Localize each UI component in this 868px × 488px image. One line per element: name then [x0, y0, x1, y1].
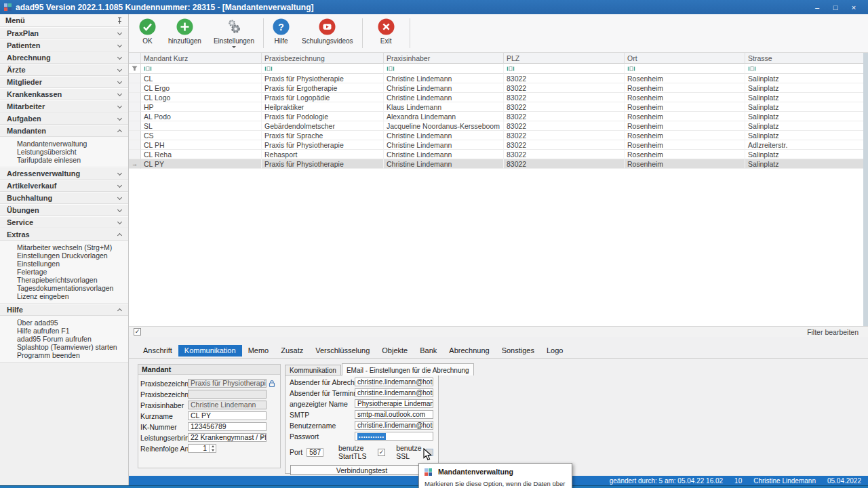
sidebar-section-aufgaben[interactable]: Aufgaben: [0, 113, 128, 125]
absender-für-terminmerker-input[interactable]: christine.lindemann@hotmail.de: [355, 388, 433, 397]
schulungsvideos-button[interactable]: Schulungsvideos: [296, 17, 359, 45]
subtab-kommunikation[interactable]: Kommunikation: [285, 365, 341, 375]
sidebar-item-programm-beenden[interactable]: Programm beenden: [0, 351, 128, 359]
column-header-strasse[interactable]: Strasse: [745, 53, 868, 64]
hinzufuegen-button[interactable]: hinzufügen: [162, 17, 208, 45]
maximize-button[interactable]: □: [831, 3, 840, 12]
spin-down-icon[interactable]: [212, 449, 214, 451]
filter-cell-strasse[interactable]: [745, 64, 868, 74]
praxisbezeichnung2-input[interactable]: [188, 390, 267, 399]
minimize-button[interactable]: –: [812, 3, 822, 12]
spinner-buttons[interactable]: [209, 445, 216, 452]
table-row[interactable]: AL PodoPraxis für PodologieAlexandra Lin…: [129, 112, 868, 121]
exit-button[interactable]: Exit: [366, 17, 407, 45]
sidebar-section-ärzte[interactable]: Ärzte: [0, 64, 128, 76]
filter-cell-praxisbezeichnung[interactable]: [262, 64, 384, 74]
einstellungen-button[interactable]: Einstellungen: [208, 17, 260, 49]
table-row[interactable]: SLGebärdendolmetscherJacqueline Noordanu…: [129, 121, 868, 131]
pin-icon[interactable]: [117, 17, 123, 24]
sidebar-item-leistungsübersicht[interactable]: Leistungsübersicht: [0, 148, 128, 156]
column-header-mandant-kurz[interactable]: Mandant Kurz: [141, 53, 262, 64]
table-row[interactable]: CSPraxis für SpracheChristine Lindemann8…: [129, 131, 868, 140]
sidebar-item-einstellungen-druckvorlagen[interactable]: Einstellungen Druckvorlagen: [0, 251, 128, 260]
tab-sonstiges[interactable]: Sonstiges: [496, 345, 540, 357]
table-row[interactable]: CL RehaRehasportChristine Lindemann83022…: [129, 150, 868, 159]
port-input[interactable]: 587: [307, 448, 323, 457]
tab-verschlüsselung[interactable]: Verschlüsselung: [309, 345, 376, 357]
sidebar-section-mitglieder[interactable]: Mitglieder: [0, 76, 128, 88]
subtab-email-einstellungen-für-die-abrechnung[interactable]: EMail - Einstellungen für die Abrechnung: [342, 363, 474, 375]
filter-cell-ort[interactable]: [625, 64, 745, 74]
tab-anschrift[interactable]: Anschrift: [137, 345, 178, 357]
starttls-checkbox[interactable]: ✓: [378, 449, 385, 456]
kurzname-input[interactable]: CL PY: [188, 411, 267, 420]
tab-bank[interactable]: Bank: [414, 345, 443, 357]
absender-für-abrechnung-input[interactable]: christine.lindemann@hotmail.de: [355, 378, 433, 386]
column-header-praxisinhaber[interactable]: Praxisinhaber: [384, 53, 504, 64]
table-row[interactable]: CLPraxis für PhysiotherapieChristine Lin…: [129, 74, 868, 83]
tooltip-body: Markieren Sie diese Option, wenn die Dat…: [425, 480, 566, 488]
sidebar-item-lizenz-eingeben[interactable]: Lizenz eingeben: [0, 292, 128, 300]
tab-kommunikation[interactable]: Kommunikation: [178, 345, 242, 357]
column-header-praxisbezeichnung[interactable]: Praxisbezeichnung: [262, 53, 384, 64]
table-cell: 83022: [504, 150, 625, 159]
vertical-scrollbar[interactable]: [863, 53, 868, 326]
sidebar-section-patienten[interactable]: Patienten: [0, 39, 128, 52]
verbindungstest-button[interactable]: Verbindungstest: [290, 465, 433, 475]
sidebar-section-praxplan[interactable]: PraxPlan: [0, 27, 128, 39]
reihenfolge-spinner[interactable]: 1: [188, 444, 216, 453]
sidebar-item-mitarbeiter-wechseln-strg-m[interactable]: Mitarbeiter wechseln (Strg+M): [0, 243, 128, 251]
sidebar-section-übungen[interactable]: Übungen: [0, 204, 128, 216]
column-header-plz[interactable]: PLZ: [504, 53, 625, 64]
table-row[interactable]: →CL PYPraxis für PhysiotherapieChristine…: [129, 159, 868, 169]
sidebar-item-hilfe-aufrufen-f1[interactable]: Hilfe aufrufen F1: [0, 327, 128, 335]
sidebar-item-tagesdokumentationsvorlagen[interactable]: Tagesdokumentationsvorlagen: [0, 284, 128, 292]
sidebar-section-buchhaltung[interactable]: Buchhaltung: [0, 192, 128, 204]
tab-memo[interactable]: Memo: [242, 345, 275, 357]
sidebar-item-tarifupdate-einlesen[interactable]: Tarifupdate einlesen: [0, 156, 128, 164]
filter-cell-mandant-kurz[interactable]: [141, 64, 262, 74]
hilfe-button[interactable]: ? Hilfe: [267, 17, 296, 45]
sidebar-item-einstellungen[interactable]: Einstellungen: [0, 260, 128, 268]
table-row[interactable]: CL PHPraxis für PhysiotherapieChristine …: [129, 140, 868, 150]
sidebar-section-extras[interactable]: Extras: [0, 228, 128, 241]
leistungserbringer-select[interactable]: 22 Krankengymnast / Physiot...: [188, 433, 267, 442]
sidebar-section-krankenkassen[interactable]: Krankenkassen: [0, 88, 128, 100]
praxisinhaber-input[interactable]: Christine Lindemann: [188, 401, 267, 409]
table-row[interactable]: CL ErgoPraxis für ErgotherapieChristine …: [129, 83, 868, 93]
ok-button[interactable]: OK: [133, 17, 162, 45]
sidebar-item-mandantenverwaltung[interactable]: Mandantenverwaltung: [0, 140, 128, 148]
sidebar-item-feiertage[interactable]: Feiertage: [0, 268, 128, 276]
filter-cell-plz[interactable]: [504, 64, 625, 74]
sidebar-section-service[interactable]: Service: [0, 216, 128, 228]
sidebar-section-mandanten[interactable]: Mandanten: [0, 125, 128, 137]
table-row[interactable]: CL LogoPraxis für LogopädieChristine Lin…: [129, 93, 868, 102]
benutzername-input[interactable]: christine.lindemann@hotmail.de: [355, 421, 433, 430]
lock-icon[interactable]: [269, 380, 275, 388]
sidebar-item-therapieberichtsvorlagen[interactable]: Therapieberichtsvorlagen: [0, 276, 128, 284]
sidebar-section-abrechnung[interactable]: Abrechnung: [0, 52, 128, 64]
passwort-input[interactable]: •••••••••••: [355, 432, 433, 441]
sidebar-section-artikelverkauf[interactable]: Artikelverkauf: [0, 180, 128, 192]
sidebar-section-adressenverwaltung[interactable]: Adressenverwaltung: [0, 167, 128, 180]
praxisbezeichnung-input[interactable]: Praxis für Physiotherapie: [188, 379, 267, 388]
filter-cell-praxisinhaber[interactable]: [384, 64, 504, 74]
tab-objekte[interactable]: Objekte: [376, 345, 414, 357]
sidebar-item-splashtop-teamviewer-starten[interactable]: Splashtop (Teamviewer) starten: [0, 343, 128, 351]
tab-logo[interactable]: Logo: [540, 345, 569, 357]
sidebar-section-mitarbeiter[interactable]: Mitarbeiter: [0, 100, 128, 113]
sidebar-item-adad95-forum-aufrufen[interactable]: adad95 Forum aufrufen: [0, 335, 128, 343]
ik-nummer-input[interactable]: 123456789: [188, 422, 267, 431]
spin-up-icon[interactable]: [212, 445, 214, 447]
table-row[interactable]: HPHeilpraktikerKlaus Lindemann83022Rosen…: [129, 102, 868, 112]
footer-checkbox[interactable]: ✓: [134, 328, 141, 336]
sidebar-item-über-adad95[interactable]: Über adad95: [0, 319, 128, 327]
column-header-ort[interactable]: Ort: [625, 53, 745, 64]
smtp-input[interactable]: smtp-mail.outlook.com: [355, 410, 433, 419]
sidebar-section-hilfe[interactable]: Hilfe: [0, 304, 128, 316]
tab-zusatz[interactable]: Zusatz: [275, 345, 309, 357]
filter-edit-link[interactable]: Filter bearbeiten: [807, 328, 859, 336]
angezeigter-name-input[interactable]: Physiotherapie Lindemann: [355, 399, 433, 408]
tab-abrechnung[interactable]: Abrechnung: [443, 345, 495, 357]
close-button[interactable]: ×: [849, 3, 859, 12]
